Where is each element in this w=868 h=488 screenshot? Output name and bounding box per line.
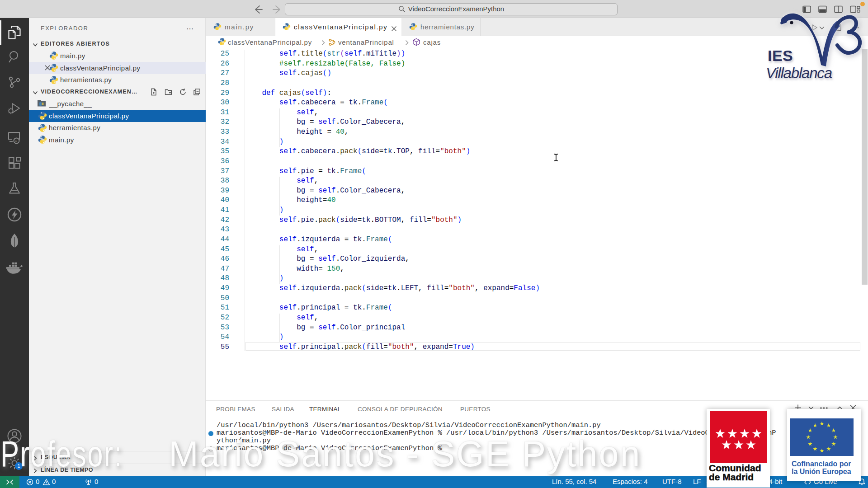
- svg-text:»: »: [15, 139, 17, 143]
